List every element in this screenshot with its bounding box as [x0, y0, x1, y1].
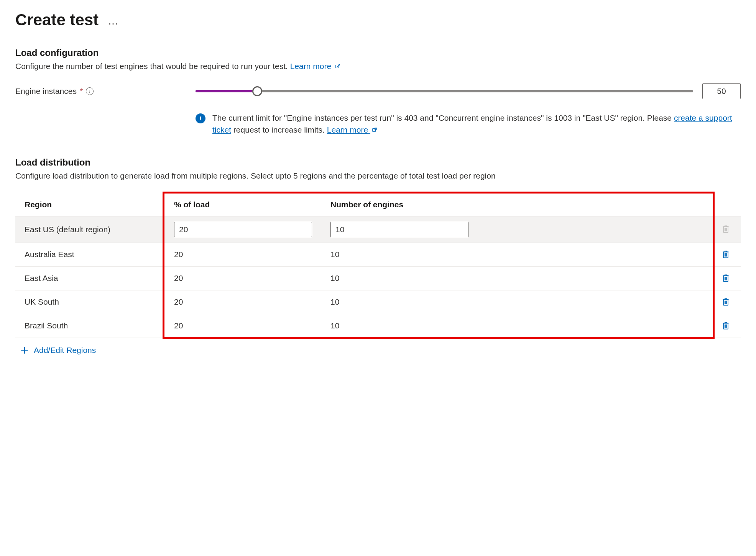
- load-config-description-text: Configure the number of test engines tha…: [15, 62, 290, 71]
- region-cell: UK South: [15, 290, 165, 314]
- column-header-engines: Number of engines: [321, 193, 711, 216]
- delete-row-button: [720, 223, 731, 235]
- learn-more-link[interactable]: Learn more: [290, 62, 340, 71]
- engine-instances-label-text: Engine instances: [15, 87, 77, 96]
- engine-limit-message: The current limit for "Engine instances …: [212, 112, 733, 136]
- slider-thumb[interactable]: [252, 86, 262, 96]
- load-distribution-table: Region % of load Number of engines East …: [15, 193, 741, 338]
- table-row: UK South2010: [15, 290, 741, 314]
- percent-load-input[interactable]: [174, 222, 312, 237]
- num-engines-cell: 10: [321, 290, 711, 314]
- page-title: Create test: [15, 11, 99, 29]
- delete-row-button[interactable]: [720, 320, 731, 332]
- table-row: East US (default region): [15, 216, 741, 243]
- region-cell: Brazil South: [15, 314, 165, 338]
- num-engines-cell: 10: [321, 243, 711, 266]
- plus-icon: [21, 346, 28, 354]
- add-edit-regions-button[interactable]: Add/Edit Regions: [21, 346, 96, 355]
- region-cell: East Asia: [15, 266, 165, 290]
- svg-rect-1: [373, 128, 376, 131]
- learn-more-limits-link[interactable]: Learn more: [327, 125, 377, 134]
- load-config-description: Configure the number of test engines tha…: [15, 61, 741, 72]
- num-engines-input[interactable]: [330, 222, 468, 237]
- percent-load-cell: 20: [165, 314, 321, 338]
- engine-instances-label: Engine instances * i: [15, 87, 196, 96]
- engine-limit-text-1: The current limit for "Engine instances …: [212, 113, 674, 122]
- load-dist-heading: Load distribution: [15, 157, 741, 168]
- engine-instances-slider[interactable]: [196, 90, 693, 92]
- engine-limit-text-2: request to increase limits.: [231, 125, 327, 134]
- load-dist-description: Configure load distribution to generate …: [15, 170, 741, 181]
- region-cell: Australia East: [15, 243, 165, 266]
- learn-more-limits-label: Learn more: [327, 125, 368, 134]
- external-link-icon: [335, 64, 340, 69]
- delete-row-button[interactable]: [720, 248, 731, 261]
- svg-rect-0: [336, 65, 339, 68]
- delete-row-button[interactable]: [720, 272, 731, 284]
- info-badge-icon: i: [196, 113, 205, 123]
- delete-row-button[interactable]: [720, 296, 731, 308]
- engine-instances-input[interactable]: [702, 83, 741, 99]
- table-row: Brazil South2010: [15, 314, 741, 338]
- num-engines-cell: 10: [321, 314, 711, 338]
- region-cell: East US (default region): [15, 216, 165, 243]
- table-row: Australia East2010: [15, 243, 741, 266]
- load-config-heading: Load configuration: [15, 48, 741, 58]
- more-actions-icon[interactable]: …: [108, 13, 119, 26]
- percent-load-cell: 20: [165, 266, 321, 290]
- add-edit-regions-label: Add/Edit Regions: [34, 346, 96, 355]
- column-header-region: Region: [15, 193, 165, 216]
- table-row: East Asia2010: [15, 266, 741, 290]
- num-engines-cell: 10: [321, 266, 711, 290]
- required-indicator: *: [80, 87, 83, 96]
- percent-load-cell: 20: [165, 243, 321, 266]
- learn-more-label: Learn more: [290, 62, 331, 71]
- percent-load-cell: 20: [165, 290, 321, 314]
- column-header-load: % of load: [165, 193, 321, 216]
- external-link-icon: [372, 127, 377, 133]
- info-icon[interactable]: i: [86, 87, 94, 95]
